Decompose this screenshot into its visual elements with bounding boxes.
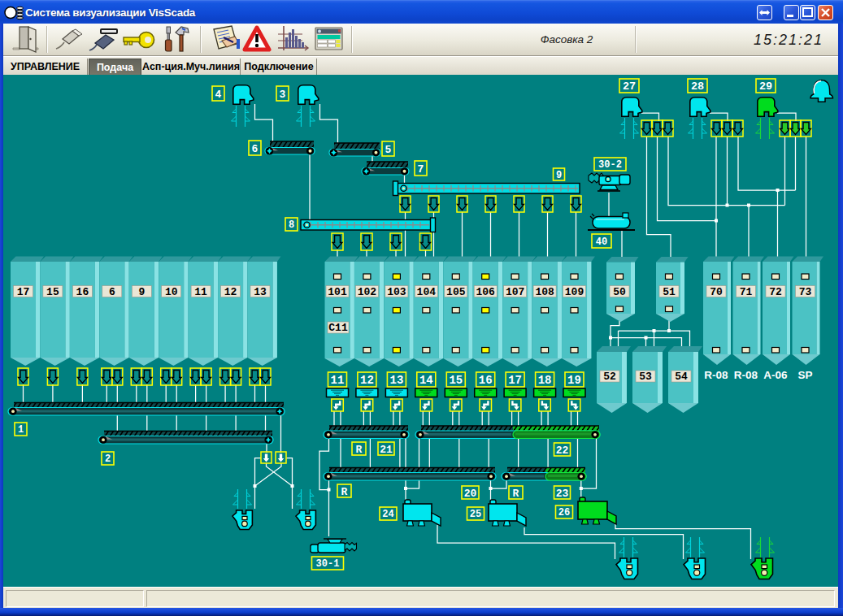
svg-text:13: 13 (254, 286, 267, 298)
svg-text:R: R (341, 486, 348, 498)
svg-text:R: R (513, 488, 519, 500)
svg-text:50: 50 (613, 286, 626, 298)
svg-text:C11: C11 (328, 322, 348, 334)
svg-text:107: 107 (506, 286, 524, 298)
svg-text:3: 3 (280, 89, 286, 101)
svg-text:25: 25 (470, 509, 481, 520)
svg-text:7: 7 (418, 163, 424, 176)
svg-text:2: 2 (105, 453, 111, 465)
svg-text:29: 29 (759, 80, 772, 93)
svg-text:14: 14 (419, 374, 433, 387)
svg-text:20: 20 (464, 488, 477, 500)
svg-text:13: 13 (389, 374, 403, 387)
svg-text:24: 24 (382, 509, 393, 520)
svg-text:8: 8 (289, 219, 294, 231)
svg-text:26: 26 (558, 507, 570, 518)
svg-text:105: 105 (446, 286, 466, 298)
svg-text:16: 16 (479, 374, 493, 387)
svg-text:72: 72 (769, 286, 782, 298)
svg-text:6: 6 (109, 286, 115, 298)
svg-text:18: 18 (538, 374, 552, 387)
svg-text:R-08: R-08 (704, 369, 728, 381)
svg-text:104: 104 (417, 286, 437, 298)
svg-text:109: 109 (565, 286, 584, 298)
svg-text:52: 52 (603, 371, 616, 383)
svg-text:53: 53 (639, 371, 652, 383)
svg-text:SP: SP (797, 369, 812, 381)
svg-text:21: 21 (380, 444, 393, 456)
svg-text:101: 101 (328, 286, 347, 298)
svg-text:103: 103 (387, 286, 406, 298)
svg-text:40: 40 (596, 236, 607, 248)
svg-text:30-1: 30-1 (316, 558, 340, 570)
svg-text:R: R (356, 444, 363, 456)
svg-text:1: 1 (18, 424, 24, 436)
svg-text:4: 4 (215, 89, 222, 101)
svg-text:16: 16 (76, 286, 89, 298)
svg-text:102: 102 (358, 286, 377, 298)
svg-text:R-08: R-08 (734, 369, 758, 381)
svg-text:15: 15 (449, 374, 463, 387)
svg-text:51: 51 (663, 286, 676, 298)
svg-text:23: 23 (556, 488, 569, 500)
svg-text:30-2: 30-2 (598, 159, 622, 171)
svg-text:73: 73 (799, 286, 812, 298)
svg-text:11: 11 (194, 286, 207, 298)
svg-text:12: 12 (224, 286, 237, 298)
svg-text:12: 12 (360, 374, 374, 387)
svg-text:54: 54 (675, 371, 688, 383)
svg-text:15: 15 (46, 286, 59, 298)
svg-text:108: 108 (535, 286, 554, 298)
svg-text:71: 71 (740, 286, 753, 298)
svg-text:9: 9 (556, 170, 562, 181)
svg-text:A-06: A-06 (763, 369, 788, 381)
svg-text:106: 106 (476, 286, 495, 298)
svg-text:11: 11 (331, 374, 345, 387)
svg-text:6: 6 (252, 143, 259, 155)
svg-text:9: 9 (138, 286, 145, 298)
svg-text:22: 22 (556, 445, 569, 457)
svg-text:17: 17 (17, 286, 30, 298)
svg-text:17: 17 (508, 374, 522, 387)
svg-text:5: 5 (385, 144, 392, 156)
svg-text:27: 27 (623, 80, 636, 93)
svg-text:28: 28 (691, 80, 704, 93)
svg-text:70: 70 (710, 286, 723, 298)
svg-text:19: 19 (567, 374, 581, 387)
svg-text:10: 10 (165, 286, 178, 298)
